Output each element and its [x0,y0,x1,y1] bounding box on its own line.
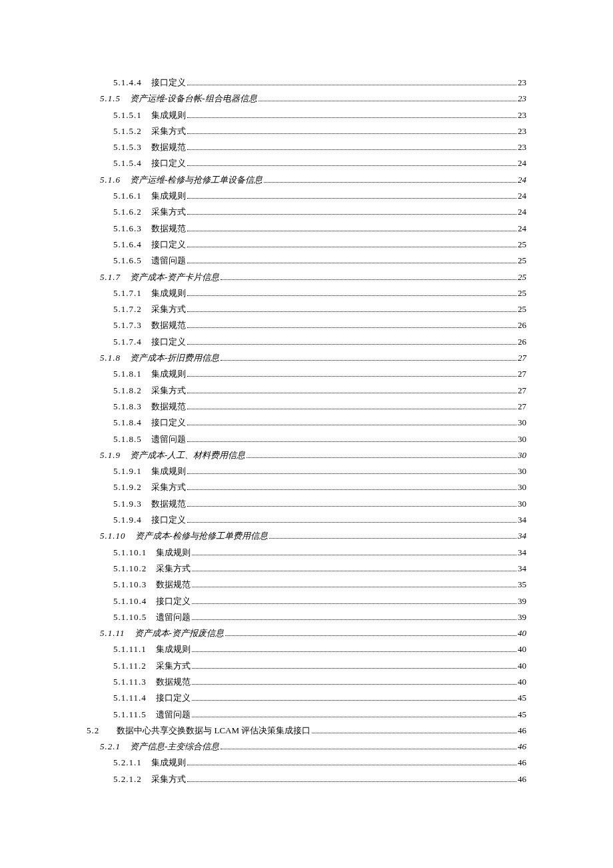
toc-entry[interactable]: 5.1.8.1集成规则 27 [87,366,526,382]
toc-entry[interactable]: 5.1.10.5遗留问题 39 [87,609,526,625]
toc-entry[interactable]: 5.2数据中心共享交换数据与 LCAM 评估决策集成接口 46 [87,723,526,739]
toc-entry-page: 30 [518,496,526,512]
toc-entry[interactable]: 5.1.6.1集成规则 24 [87,188,526,204]
toc-entry[interactable]: 5.1.8.4接口定义 30 [87,415,526,431]
toc-entry-number: 5.1.6 [100,172,121,188]
toc-leader-dots [187,765,516,765]
toc-entry[interactable]: 5.1.6.4接口定义 25 [87,237,526,253]
toc-leader-dots [187,506,516,507]
toc-leader-dots [312,733,516,733]
toc-entry-page: 45 [518,707,526,723]
toc-entry-title: 采集方式 [156,658,191,674]
toc-entry[interactable]: 5.1.11.3数据规范 40 [87,674,526,690]
toc-entry-number: 5.1.7.1 [113,285,142,301]
toc-entry[interactable]: 5.1.11.4接口定义 45 [87,690,526,706]
toc-entry[interactable]: 5.1.6资产运维-检修与抢修工单设备信息 24 [87,172,526,188]
toc-entry-page: 46 [518,723,526,739]
toc-entry[interactable]: 5.1.5.1集成规则 23 [87,107,526,123]
toc-entry-number: 5.1.7 [100,269,121,285]
toc-entry-title: 遗留问题 [156,707,191,723]
toc-entry-page: 34 [518,528,526,544]
toc-leader-dots [187,473,516,474]
toc-entry-number: 5.1.5.1 [113,107,142,123]
toc-entry[interactable]: 5.1.8资产成本-折旧费用信息 27 [87,350,526,366]
toc-entry[interactable]: 5.1.7.1集成规则 25 [87,285,526,301]
toc-entry-title: 数据规范 [151,496,186,512]
toc-leader-dots [187,311,516,312]
toc-leader-dots [187,489,516,490]
toc-entry[interactable]: 5.1.7资产成本-资产卡片信息 25 [87,269,526,285]
toc-entry[interactable]: 5.1.10.2采集方式 34 [87,561,526,577]
toc-leader-dots [192,684,516,685]
toc-entry-page: 30 [518,463,526,479]
toc-entry[interactable]: 5.1.8.5遗留问题 30 [87,431,526,447]
toc-entry[interactable]: 5.1.9.1集成规则 30 [87,463,526,479]
toc-entry-title: 数据规范 [156,577,191,593]
toc-leader-dots [187,409,516,409]
toc-leader-dots [259,101,516,101]
toc-entry-title: 采集方式 [151,301,186,317]
toc-entry[interactable]: 5.1.8.3数据规范 27 [87,399,526,415]
toc-entry-title: 数据规范 [151,399,186,415]
toc-entry-title: 集成规则 [156,545,191,561]
toc-entry[interactable]: 5.2.1.2采集方式 46 [87,771,526,787]
toc-entry-number: 5.1.11.5 [113,707,147,723]
toc-entry-page: 26 [518,334,526,350]
toc-entry-title: 接口定义 [151,512,186,528]
toc-entry[interactable]: 5.1.11资产成本-资产报废信息 40 [87,625,526,641]
toc-entry-page: 27 [518,350,526,366]
toc-entry-number: 5.1.6.3 [113,221,142,237]
toc-entry[interactable]: 5.1.5.4接口定义 24 [87,155,526,171]
toc-entry[interactable]: 5.1.11.1集成规则 40 [87,641,526,657]
toc-entry-title: 集成规则 [156,641,191,657]
toc-entry[interactable]: 5.1.11.2采集方式 40 [87,658,526,674]
toc-leader-dots [192,603,516,604]
toc-entry[interactable]: 5.1.9.2采集方式 30 [87,479,526,495]
toc-entry[interactable]: 5.1.10资产成本-检修与抢修工单费用信息 34 [87,528,526,544]
toc-entry[interactable]: 5.2.1资产信息-主变综合信息 46 [87,739,526,755]
toc-entry[interactable]: 5.1.6.2采集方式 24 [87,204,526,220]
toc-entry[interactable]: 5.1.7.3数据规范 26 [87,317,526,333]
toc-entry-page: 45 [518,690,526,706]
toc-entry[interactable]: 5.1.5.2采集方式 23 [87,123,526,139]
toc-entry[interactable]: 5.1.7.2采集方式 25 [87,301,526,317]
toc-entry[interactable]: 5.1.9.4接口定义 34 [87,512,526,528]
toc-entry[interactable]: 5.1.7.4接口定义 26 [87,334,526,350]
toc-entry-page: 23 [518,139,526,155]
toc-entry-title: 资产运维-检修与抢修工单设备信息 [130,172,263,188]
toc-entry-title: 接口定义 [151,75,186,91]
toc-entry-title: 接口定义 [156,593,191,609]
toc-entry[interactable]: 5.1.6.3数据规范 24 [87,221,526,237]
toc-entry-title: 数据中心共享交换数据与 LCAM 评估决策集成接口 [117,723,310,739]
toc-entry-number: 5.1.4.4 [113,75,142,91]
toc-entry[interactable]: 5.1.10.1集成规则 34 [87,545,526,561]
toc-entry[interactable]: 5.1.8.2采集方式 27 [87,383,526,399]
toc-entry-title: 遗留问题 [156,609,191,625]
toc-leader-dots [187,214,516,215]
toc-page: 5.1.4.4接口定义 235.1.5资产运维-设备台帐-组合电器信息 235.… [0,0,613,868]
toc-entry[interactable]: 5.1.9.3数据规范 30 [87,496,526,512]
toc-entry-title: 遗留问题 [151,253,186,269]
toc-entry[interactable]: 5.1.10.4接口定义 39 [87,593,526,609]
toc-entry[interactable]: 5.1.4.4接口定义 23 [87,75,526,91]
toc-entry-title: 采集方式 [151,204,186,220]
toc-entry[interactable]: 5.1.5资产运维-设备台帐-组合电器信息 23 [87,91,526,107]
toc-entry[interactable]: 5.2.1.1集成规则 46 [87,755,526,771]
toc-entry-page: 46 [518,755,526,771]
toc-entry[interactable]: 5.1.10.3数据规范 35 [87,577,526,593]
toc-entry-title: 接口定义 [151,155,186,171]
toc-entry-number: 5.1.5.2 [113,123,142,139]
toc-entry-page: 30 [518,479,526,495]
toc-entry[interactable]: 5.1.6.5遗留问题 25 [87,253,526,269]
toc-leader-dots [225,635,516,636]
toc-leader-dots [221,279,516,280]
toc-entry-title: 采集方式 [151,479,186,495]
toc-entry-number: 5.1.11 [100,625,125,641]
toc-entry[interactable]: 5.1.11.5遗留问题 45 [87,707,526,723]
toc-entry-number: 5.1.8.2 [113,383,142,399]
toc-entry-title: 资产成本-人工、材料费用信息 [130,447,245,463]
toc-entry[interactable]: 5.1.5.3数据规范 23 [87,139,526,155]
toc-entry-title: 采集方式 [151,123,186,139]
toc-entry[interactable]: 5.1.9资产成本-人工、材料费用信息 30 [87,447,526,463]
toc-entry-page: 23 [518,123,526,139]
